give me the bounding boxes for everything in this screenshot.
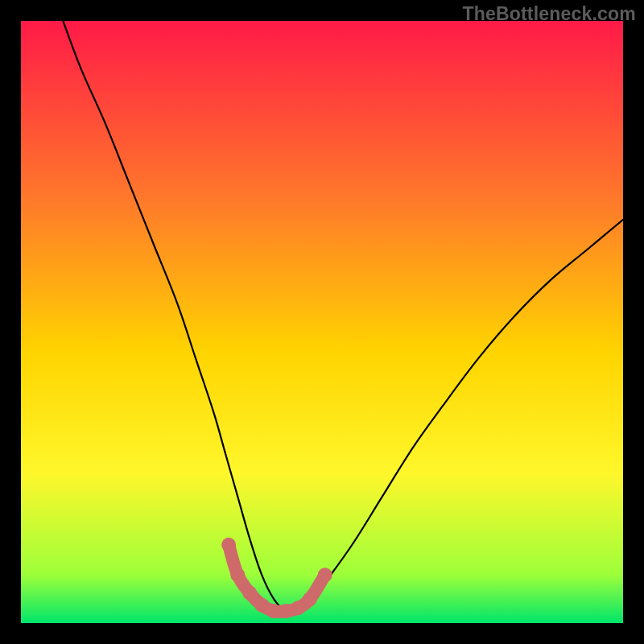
chart-svg xyxy=(21,21,623,623)
svg-point-5 xyxy=(279,604,293,618)
plot-area xyxy=(21,21,623,623)
svg-point-0 xyxy=(221,538,236,552)
svg-point-6 xyxy=(291,601,305,615)
svg-point-2 xyxy=(242,586,257,601)
watermark-text: TheBottleneck.com xyxy=(462,3,636,25)
svg-point-1 xyxy=(230,568,245,582)
svg-point-8 xyxy=(318,568,332,582)
chart-frame: TheBottleneck.com xyxy=(0,0,644,644)
gradient-background xyxy=(21,21,623,623)
svg-point-7 xyxy=(303,592,317,606)
